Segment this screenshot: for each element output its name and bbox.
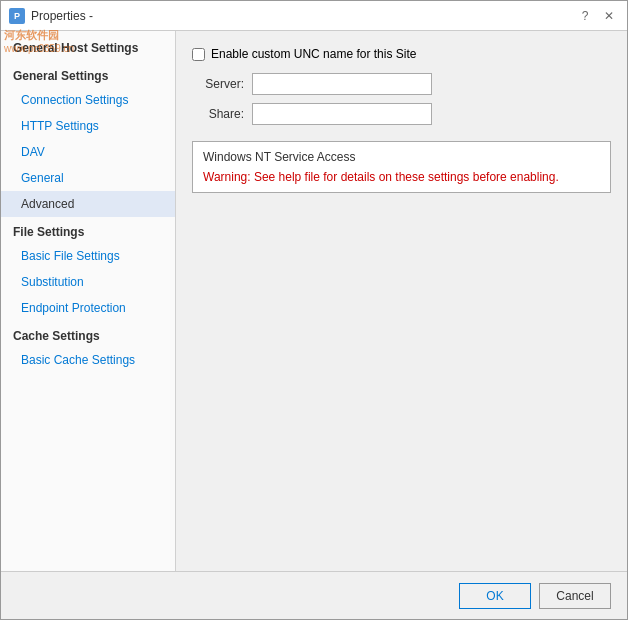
help-button[interactable]: ? [575,6,595,26]
app-icon: P [9,8,25,24]
sidebar-item-dav[interactable]: DAV [1,139,175,165]
sidebar: 河东软件园 www.pc0359.cn General Host Setting… [1,31,176,571]
nt-service-box: Windows NT Service Access Warning: See h… [192,141,611,193]
sidebar-item-endpoint-protection[interactable]: Endpoint Protection [1,295,175,321]
sidebar-section-general-settings: General Settings [1,61,175,87]
content-area: 河东软件园 www.pc0359.cn General Host Setting… [1,31,627,571]
title-bar-buttons: ? ✕ [575,6,619,26]
sidebar-section-file-settings: File Settings [1,217,175,243]
server-row: Server: [192,73,611,95]
nt-service-title: Windows NT Service Access [203,150,600,164]
main-panel: Enable custom UNC name for this Site Ser… [176,31,627,571]
sidebar-item-basic-file-settings[interactable]: Basic File Settings [1,243,175,269]
sidebar-host-header: General Host Settings [1,31,175,61]
sidebar-item-substitution[interactable]: Substitution [1,269,175,295]
sidebar-item-connection-settings[interactable]: Connection Settings [1,87,175,113]
window-title: Properties - [31,9,93,23]
sidebar-section-cache-settings: Cache Settings [1,321,175,347]
close-button[interactable]: ✕ [599,6,619,26]
server-input[interactable] [252,73,432,95]
unc-label: Enable custom UNC name for this Site [211,47,416,61]
share-label: Share: [192,107,252,121]
sidebar-item-general[interactable]: General [1,165,175,191]
unc-checkbox-row: Enable custom UNC name for this Site [192,47,611,61]
sidebar-item-basic-cache-settings[interactable]: Basic Cache Settings [1,347,175,373]
title-bar-left: P Properties - [9,8,93,24]
sidebar-item-advanced[interactable]: Advanced [1,191,175,217]
cancel-button[interactable]: Cancel [539,583,611,609]
properties-window: P Properties - ? ✕ 河东软件园 www.pc0359.cn G… [0,0,628,620]
server-label: Server: [192,77,252,91]
ok-button[interactable]: OK [459,583,531,609]
title-bar: P Properties - ? ✕ [1,1,627,31]
nt-warning: Warning: See help file for details on th… [203,170,600,184]
sidebar-item-http-settings[interactable]: HTTP Settings [1,113,175,139]
share-row: Share: [192,103,611,125]
footer: OK Cancel [1,571,627,619]
unc-checkbox[interactable] [192,48,205,61]
share-input[interactable] [252,103,432,125]
